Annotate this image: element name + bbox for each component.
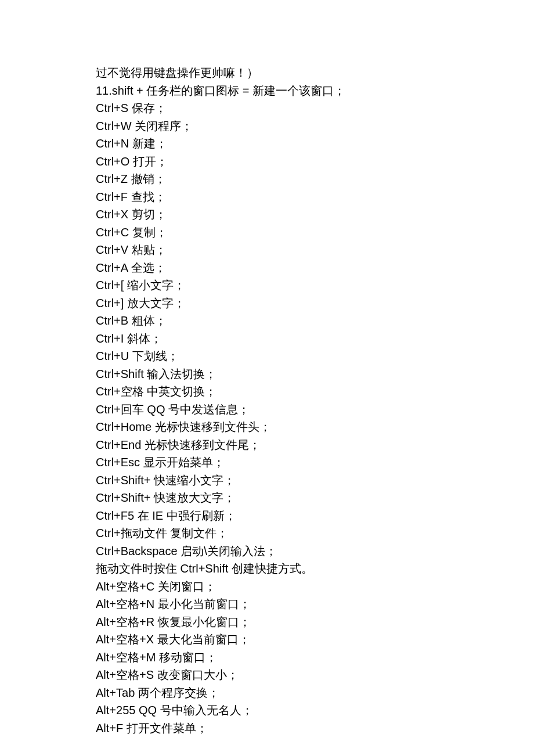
text-line: Ctrl+[ 缩小文字； — [96, 276, 438, 294]
text-line: Ctrl+Esc 显示开始菜单； — [96, 453, 438, 471]
text-line: Ctrl+Home 光标快速移到文件头； — [96, 418, 438, 436]
text-line: Alt+空格+N 最小化当前窗口； — [96, 595, 438, 613]
text-line: Ctrl+F5 在 IE 中强行刷新； — [96, 507, 438, 525]
text-line: Ctrl+C 复制； — [96, 224, 438, 242]
text-line: Ctrl+Shift+ 快速缩小文字； — [96, 471, 438, 489]
text-line: Ctrl+X 剪切； — [96, 206, 438, 224]
text-line: Alt+255 QQ 号中输入无名人； — [96, 701, 438, 719]
text-line: Ctrl+A 全选； — [96, 259, 438, 277]
text-line: Ctrl+O 打开； — [96, 153, 438, 171]
text-line: Ctrl+S 保存； — [96, 99, 438, 117]
text-line: Ctrl+V 粘贴； — [96, 241, 438, 259]
text-line: Ctrl+B 粗体； — [96, 312, 438, 330]
text-line: Ctrl+Z 撤销； — [96, 170, 438, 188]
text-line: 拖动文件时按住 Ctrl+Shift 创建快捷方式。 — [96, 560, 438, 578]
text-line: Ctrl+N 新建； — [96, 135, 438, 153]
text-line: Ctrl+W 关闭程序； — [96, 117, 438, 135]
text-line: Alt+空格+S 改变窗口大小； — [96, 666, 438, 684]
text-line: Ctrl+] 放大文字； — [96, 294, 438, 312]
text-line: Ctrl+Shift+ 快速放大文字； — [96, 489, 438, 507]
text-line: Ctrl+F 查找； — [96, 188, 438, 206]
text-line: Alt+空格+X 最大化当前窗口； — [96, 631, 438, 649]
text-line: Alt+空格+M 移动窗口； — [96, 649, 438, 667]
text-line: Ctrl+I 斜体； — [96, 330, 438, 348]
text-line: Ctrl+Backspace 启动\关闭输入法； — [96, 542, 438, 560]
text-line: Alt+F 打开文件菜单； — [96, 719, 438, 737]
text-line: Alt+空格+R 恢复最小化窗口； — [96, 613, 438, 631]
text-line: 过不觉得用键盘操作更帅嘛！） — [96, 64, 438, 82]
text-line: Ctrl+空格 中英文切换； — [96, 383, 438, 401]
document-page: 过不觉得用键盘操作更帅嘛！） 11.shift + 任务栏的窗口图标 = 新建一… — [0, 0, 534, 756]
text-line: Ctrl+拖动文件 复制文件； — [96, 524, 438, 542]
text-line: Alt+Tab 两个程序交换； — [96, 684, 438, 702]
text-line: Alt+空格+C 关闭窗口； — [96, 578, 438, 596]
text-line: Ctrl+End 光标快速移到文件尾； — [96, 436, 438, 454]
text-line: Ctrl+U 下划线； — [96, 347, 438, 365]
text-line: 11.shift + 任务栏的窗口图标 = 新建一个该窗口； — [96, 82, 438, 100]
text-line: Ctrl+Shift 输入法切换； — [96, 365, 438, 383]
text-line: Ctrl+回车 QQ 号中发送信息； — [96, 401, 438, 419]
